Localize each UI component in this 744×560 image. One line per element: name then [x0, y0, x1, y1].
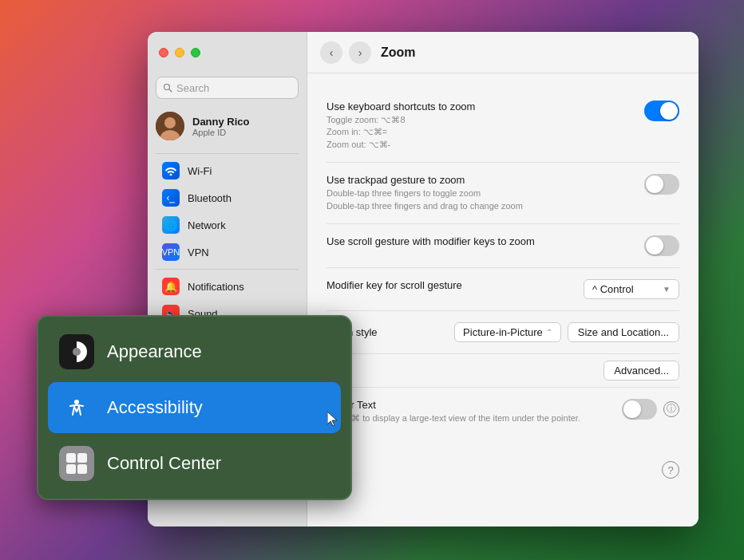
hover-text-sublabel: Press ⌘ to display a large-text view of … — [326, 413, 615, 424]
vpn-icon: VPN — [162, 243, 180, 261]
modifier-key-label-group: Modifier key for scroll gesture — [326, 279, 571, 291]
zoom-style-value: Picture-in-Picture — [463, 326, 543, 338]
sidebar-item-bluetooth[interactable]: ‹⎯ Bluetooth — [152, 185, 302, 211]
sidebar-label-bluetooth: Bluetooth — [188, 192, 232, 204]
zoom-style-segmented[interactable]: Picture-in-Picture ⌃ — [454, 322, 561, 342]
popup-label-accessibility: Accessibility — [107, 397, 203, 418]
appearance-popup-icon — [59, 334, 94, 369]
content-body: Use keyboard shortcuts to zoom Toggle zo… — [307, 73, 698, 526]
trackpad-gesture-label-group: Use trackpad gesture to zoom Double-tap … — [326, 174, 631, 212]
hover-controls: ⓘ — [622, 399, 679, 420]
bluetooth-icon: ‹⎯ — [162, 189, 180, 207]
search-bar[interactable]: Search — [156, 77, 299, 99]
sidebar-item-notifications[interactable]: 🔔 Notifications — [152, 274, 302, 299]
keyboard-shortcuts-toggle[interactable] — [644, 101, 679, 121]
svg-point-3 — [164, 117, 176, 128]
svg-rect-15 — [77, 464, 87, 474]
keyboard-shortcuts-label-group: Use keyboard shortcuts to zoom Toggle zo… — [326, 101, 631, 151]
popup-label-appearance: Appearance — [107, 341, 202, 362]
scroll-gesture-label-group: Use scroll gesture with modifier keys to… — [326, 235, 631, 247]
network-icon: 🌐 — [162, 216, 180, 234]
scroll-gesture-row: Use scroll gesture with modifier keys to… — [326, 224, 679, 268]
notifications-icon: 🔔 — [162, 278, 180, 295]
page-title: Zoom — [381, 45, 416, 60]
trackpad-gesture-toggle[interactable] — [644, 174, 679, 195]
user-info: Danny Rico Apple ID — [192, 116, 250, 137]
search-placeholder: Search — [176, 82, 209, 94]
keyboard-shortcuts-sublabel: Toggle zoom: ⌥⌘8Zoom in: ⌥⌘=Zoom out: ⌥⌘… — [326, 114, 631, 151]
sidebar-item-network[interactable]: 🌐 Network — [152, 212, 302, 238]
svg-point-9 — [73, 348, 81, 356]
hover-text-label: Hover Text — [326, 399, 615, 411]
accessibility-popup-icon — [59, 390, 94, 425]
trackpad-gesture-sublabel: Double-tap three fingers to toggle zoomD… — [326, 187, 631, 212]
control-center-popup-icon — [59, 446, 94, 481]
hover-text-row: Hover Text Press ⌘ to display a large-te… — [326, 388, 679, 435]
svg-rect-13 — [77, 453, 87, 463]
scroll-gesture-label: Use scroll gesture with modifier keys to… — [326, 235, 631, 247]
dropdown-chevron: ▼ — [663, 285, 671, 294]
avatar — [156, 112, 184, 140]
size-location-button[interactable]: Size and Location... — [568, 322, 679, 342]
svg-line-1 — [169, 89, 172, 92]
main-content: ‹ › Zoom Use keyboard shortcuts to zoom … — [307, 32, 698, 526]
hover-label-group: Hover Text Press ⌘ to display a large-te… — [326, 399, 615, 424]
popup-label-control-center: Control Center — [107, 453, 221, 474]
modifier-key-dropdown[interactable]: ^ Control ▼ — [584, 279, 679, 299]
close-button[interactable] — [159, 48, 168, 57]
toggle-knob-3 — [646, 237, 663, 254]
trackpad-gesture-row: Use trackpad gesture to zoom Double-tap … — [326, 163, 679, 224]
segmented-arrows: ⌃ — [546, 328, 552, 337]
sidebar-label-vpn: VPN — [188, 246, 209, 258]
advanced-row: Advanced... — [326, 354, 679, 388]
search-icon — [163, 83, 172, 93]
scroll-gesture-toggle[interactable] — [644, 235, 679, 256]
zoom-popup: Appearance Accessibility Control Center — [37, 315, 352, 500]
help-button[interactable]: ? — [662, 461, 679, 479]
keyboard-shortcuts-control — [644, 101, 679, 121]
trackpad-gesture-label: Use trackpad gesture to zoom — [326, 174, 631, 186]
keyboard-shortcuts-row: Use keyboard shortcuts to zoom Toggle zo… — [326, 89, 679, 163]
svg-rect-12 — [66, 453, 76, 463]
user-profile[interactable]: Danny Rico Apple ID — [148, 105, 307, 147]
svg-rect-14 — [66, 464, 76, 474]
scroll-gesture-control — [644, 235, 679, 256]
sidebar-divider-2 — [156, 269, 299, 270]
back-button[interactable]: ‹ — [320, 41, 342, 64]
popup-item-appearance[interactable]: Appearance — [48, 326, 341, 377]
modifier-key-value: ^ Control — [592, 283, 634, 295]
sidebar-divider — [156, 153, 299, 154]
toggle-knob-2 — [646, 175, 663, 193]
content-titlebar: ‹ › Zoom — [307, 32, 698, 73]
sidebar-label-notifications: Notifications — [188, 281, 244, 293]
sidebar-label-network: Network — [188, 219, 226, 231]
wifi-icon — [162, 162, 180, 179]
titlebar — [148, 32, 307, 73]
zoom-style-controls: Picture-in-Picture ⌃ Size and Location..… — [454, 322, 679, 342]
user-name: Danny Rico — [192, 116, 250, 128]
keyboard-shortcuts-label: Use keyboard shortcuts to zoom — [326, 101, 631, 112]
popup-item-control-center[interactable]: Control Center — [48, 438, 341, 489]
hover-text-toggle[interactable] — [622, 399, 657, 420]
modifier-key-row: Modifier key for scroll gesture ^ Contro… — [326, 268, 679, 311]
sidebar-item-vpn[interactable]: VPN VPN — [152, 239, 302, 265]
modifier-key-control: ^ Control ▼ — [584, 279, 679, 299]
info-button[interactable]: ⓘ — [663, 401, 679, 417]
sidebar-item-wifi[interactable]: Wi-Fi — [152, 158, 302, 183]
toggle-knob — [660, 102, 678, 120]
modifier-key-label: Modifier key for scroll gesture — [326, 279, 571, 291]
advanced-button[interactable]: Advanced... — [604, 361, 679, 381]
svg-point-11 — [74, 400, 79, 404]
trackpad-gesture-control — [644, 174, 679, 195]
maximize-button[interactable] — [191, 48, 200, 57]
toggle-knob-4 — [623, 400, 641, 418]
popup-item-accessibility[interactable]: Accessibility — [48, 382, 341, 433]
forward-button[interactable]: › — [349, 41, 371, 64]
minimize-button[interactable] — [175, 48, 184, 57]
svg-point-0 — [164, 85, 170, 90]
zoom-style-row: Zoom style Picture-in-Picture ⌃ Size and… — [326, 311, 679, 354]
user-subtitle: Apple ID — [192, 128, 250, 137]
sidebar-label-wifi: Wi-Fi — [188, 165, 212, 177]
